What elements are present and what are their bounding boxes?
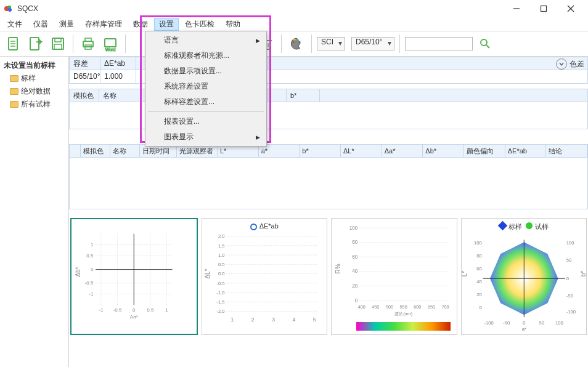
dd-standard-tolerance[interactable]: 标样容差设置...: [147, 94, 265, 110]
minimize-button[interactable]: [503, 0, 530, 17]
th-idx: [70, 145, 81, 157]
dd-language[interactable]: 语言: [147, 33, 265, 48]
chart2-ylabel: ΔL*: [203, 268, 210, 278]
svg-text:550: 550: [400, 304, 407, 310]
results-table: 模拟色 名称 日期时间 光源观察者 L* a* b* ΔL* Δa* Δb* 颜…: [69, 144, 588, 209]
svg-text:80: 80: [352, 240, 358, 245]
th-L: L*: [218, 145, 259, 157]
dot-icon: [526, 222, 533, 229]
menu-settings[interactable]: 设置: [154, 18, 179, 31]
svg-text:60: 60: [352, 254, 358, 260]
svg-line-30: [486, 45, 489, 48]
chart2-title: ΔE*ab: [206, 222, 324, 230]
svg-text:a*: a*: [521, 326, 526, 331]
svg-point-25: [293, 41, 295, 43]
svg-text:-1.0: -1.0: [216, 289, 224, 295]
svg-text:Word: Word: [105, 47, 116, 52]
dd-chart-display[interactable]: 图表显示: [147, 129, 265, 145]
chart-gamut[interactable]: 标样 试样: [461, 218, 587, 335]
svg-text:500: 500: [386, 304, 393, 310]
svg-text:0: 0: [523, 320, 525, 326]
print-button[interactable]: [78, 34, 98, 54]
svg-text:2: 2: [251, 316, 254, 322]
menu-file[interactable]: 文件: [2, 18, 27, 31]
toolbar-separator-2: [125, 34, 126, 53]
colordiff-toggle: 色差: [552, 58, 588, 70]
sidebar: 未设置当前标样 标样 绝对数据 所有试样: [0, 57, 69, 367]
colordiff-label: 色差: [570, 59, 584, 70]
svg-text:0: 0: [133, 307, 136, 313]
chart4-legend: 标样 试样: [465, 222, 583, 232]
dd-system-tolerance[interactable]: 系统容差设置: [147, 79, 265, 94]
svg-text:-1.5: -1.5: [216, 299, 224, 305]
illuminant-select[interactable]: D65/10°: [351, 37, 394, 50]
maximize-button[interactable]: [530, 0, 557, 17]
svg-point-27: [297, 39, 299, 41]
menu-data[interactable]: 数据: [128, 18, 153, 31]
chart-dab[interactable]: -1-0.500.51 Δa* 10.50-0.5-1 Δb*: [70, 218, 198, 335]
sidebar-item-label: 绝对数据: [21, 86, 51, 97]
dd-observer-illuminant[interactable]: 标准观察者和光源...: [147, 48, 265, 63]
search-button[interactable]: [475, 34, 495, 54]
save-button[interactable]: [48, 34, 68, 54]
th-name: 名称: [110, 145, 140, 157]
new-document-button[interactable]: [4, 34, 23, 54]
close-button[interactable]: [557, 0, 584, 17]
window-title: SQCX: [17, 4, 503, 13]
svg-text:-50: -50: [503, 320, 510, 326]
open-button[interactable]: [26, 34, 46, 54]
sidebar-item-absolute[interactable]: 绝对数据: [1, 85, 67, 98]
sci-select[interactable]: SCI: [317, 37, 345, 50]
search-input[interactable]: [405, 37, 473, 50]
th-bias: 颜色偏向: [464, 145, 505, 157]
th-obs: 光源观察者: [177, 145, 218, 157]
svg-text:-1: -1: [99, 307, 104, 313]
svg-text:600: 600: [414, 304, 421, 310]
svg-text:40: 40: [352, 268, 358, 274]
word-export-button[interactable]: Word: [100, 34, 120, 54]
svg-text:0: 0: [566, 276, 568, 281]
sidebar-title: 未设置当前标样: [1, 59, 67, 72]
chart3-ylabel: R%: [335, 264, 341, 273]
th-b: b*: [287, 89, 320, 102]
dd-display-options[interactable]: 数据显示项设置...: [147, 63, 265, 79]
menu-help[interactable]: 帮助: [221, 18, 245, 31]
svg-text:100: 100: [555, 320, 563, 326]
td-value: 1.000: [100, 70, 136, 83]
palette-button[interactable]: [287, 34, 306, 54]
svg-text:0.0: 0.0: [218, 271, 224, 276]
chart4-y2label: b*: [580, 271, 587, 276]
menu-instrument[interactable]: 仪器: [28, 18, 53, 31]
chart-reflectance[interactable]: 100806040200 400450500550600650700 波长(nm…: [331, 218, 457, 335]
menu-colorcard[interactable]: 色卡匹检: [180, 18, 219, 31]
svg-point-2: [8, 8, 12, 12]
svg-text:100: 100: [473, 240, 481, 246]
menu-measure[interactable]: 测量: [54, 18, 79, 31]
sidebar-item-standard[interactable]: 标样: [1, 72, 67, 85]
expand-button[interactable]: [556, 58, 567, 70]
chart4-ylabel: L*: [461, 271, 468, 276]
svg-text:0.5: 0.5: [86, 253, 94, 259]
th-deab: ΔE*ab: [100, 57, 136, 70]
th-dEab: ΔE*ab: [505, 145, 547, 157]
svg-text:1: 1: [91, 242, 94, 248]
svg-text:-0.5: -0.5: [216, 280, 224, 286]
sidebar-item-label: 所有试样: [21, 99, 51, 110]
svg-text:1: 1: [165, 307, 168, 313]
chart-deab[interactable]: ΔE*ab 2.01.51.00.50.0-0.5-1.0-1.5-2.0 12…: [202, 218, 328, 335]
menu-library[interactable]: 存样库管理: [80, 18, 127, 31]
svg-text:-100: -100: [484, 320, 493, 326]
svg-text:-2.0: -2.0: [216, 309, 224, 314]
results-table-body: [69, 158, 588, 209]
th-datetime: 日期时间: [140, 145, 177, 157]
chart2-title-text: ΔE*ab: [259, 222, 279, 230]
svg-text:20: 20: [352, 283, 358, 289]
toolbar-separator-5: [399, 34, 400, 53]
th-dL: ΔL*: [341, 145, 382, 157]
svg-rect-14: [54, 44, 62, 49]
dd-report-settings[interactable]: 报表设置...: [147, 114, 265, 129]
svg-point-26: [294, 39, 296, 41]
sidebar-item-all-trials[interactable]: 所有试样: [1, 98, 67, 111]
svg-text:60: 60: [476, 266, 481, 272]
menubar: 文件 仪器 测量 存样库管理 数据 设置 色卡匹检 帮助: [0, 17, 588, 31]
